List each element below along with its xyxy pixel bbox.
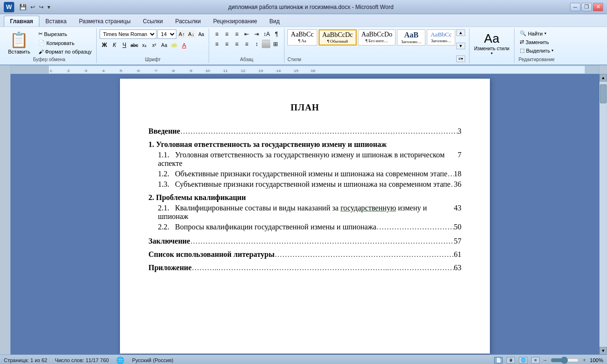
toc-s1-1: 1.1. Уголовная ответственность за госуда…: [158, 151, 461, 168]
font-shrink-button[interactable]: A↓: [187, 30, 195, 38]
strikethrough-button[interactable]: аbc: [129, 40, 139, 50]
find-button[interactable]: 🔍 Найти ▾: [517, 29, 548, 37]
change-styles-group: Аа Изменить стили ▾: [469, 28, 515, 63]
underline-button[interactable]: Ч: [120, 40, 129, 50]
tab-mailings[interactable]: Рассылки: [169, 16, 207, 27]
ruler-main: ·1· ·2· ·3· ·4· ·5· ·6· ·7· ·8· ·9· ·10·…: [10, 65, 599, 74]
scroll-thumb[interactable]: [600, 84, 607, 103]
toc-s2-1: 2.1. Квалифицированные составы и виды на…: [158, 204, 461, 221]
status-bar: Страница: 1 из 62 Число слов: 11/17 760 …: [0, 355, 607, 364]
toc-conclusion: Заключение ………………………………………………………………………………: [148, 237, 461, 246]
replace-button[interactable]: ⇄ Заменить: [517, 38, 551, 46]
redo-button[interactable]: ↪: [37, 3, 45, 11]
align-center-button[interactable]: ≡: [222, 39, 231, 49]
ribbon: Главная Вставка Разметка страницы Ссылки…: [0, 14, 607, 65]
toc-section1-header: 1. Уголовная ответственность за государс…: [148, 140, 461, 149]
superscript-button[interactable]: x²: [149, 40, 159, 50]
font-size-select[interactable]: 14: [157, 29, 176, 39]
paint-icon: 🖌: [38, 49, 44, 55]
align-right-button[interactable]: ≡: [232, 39, 241, 49]
paste-icon: 📋: [9, 31, 28, 49]
change-styles-button[interactable]: Аа Изменить стили ▾: [472, 29, 511, 57]
styles-group: AaBbCс ¶ Аа AaBbCcDc ¶ Обычный AaBbCcDo …: [285, 28, 469, 63]
view-draft-button[interactable]: ≡: [531, 357, 540, 364]
decrease-indent-button[interactable]: ⇤: [242, 29, 251, 39]
undo-button[interactable]: ↩: [29, 3, 37, 11]
cut-button[interactable]: ✂Вырезать: [37, 30, 94, 38]
styles-more-button[interactable]: ≡▾: [456, 55, 465, 62]
zoom-minus-icon: –: [543, 357, 547, 364]
increase-indent-button[interactable]: ⇥: [252, 29, 261, 39]
subscript-button[interactable]: x₂: [139, 40, 149, 50]
view-print-button[interactable]: 📄: [494, 357, 503, 364]
tab-layout[interactable]: Разметка страницы: [73, 16, 137, 27]
ribbon-content: 📋 Вставить ✂Вырезать 📄Копировать 🖌Формат…: [0, 27, 607, 64]
close-button[interactable]: ✕: [593, 3, 603, 11]
font-format-row: Ж К Ч аbc x₂ x² Аа ab A: [100, 40, 189, 50]
tab-insert[interactable]: Вставка: [39, 16, 73, 27]
ruler: ·1· ·2· ·3· ·4· ·5· ·6· ·7· ·8· ·9· ·10·…: [0, 65, 607, 74]
font-name-select[interactable]: Times New Roman: [100, 29, 156, 39]
highlight-button[interactable]: ab: [169, 40, 179, 50]
styles-scroll-down-button[interactable]: ▼: [456, 43, 465, 49]
page-title: ПЛАН: [148, 102, 461, 113]
font-grow-button[interactable]: A↑: [177, 30, 186, 38]
tab-review[interactable]: Рецензирование: [207, 16, 263, 27]
paste-button[interactable]: 📋 Вставить: [5, 29, 34, 56]
minimize-button[interactable]: ─: [570, 3, 580, 11]
ribbon-tab-bar: Главная Вставка Разметка страницы Ссылки…: [0, 14, 607, 27]
case-button[interactable]: Аа: [159, 40, 169, 50]
style-normal-button[interactable]: AaBbCcDc ¶ Обычный: [319, 29, 357, 46]
style-heading1-button[interactable]: AaB Заголово…: [397, 29, 425, 46]
status-left: Страница: 1 из 62 Число слов: 11/17 760 …: [4, 356, 174, 364]
right-scrollbar: ▲ ▼: [599, 74, 607, 355]
title-bar: W 💾 ↩ ↪ ▾ дипломная работа шпионаж и гос…: [0, 0, 607, 14]
bold-button[interactable]: Ж: [100, 40, 109, 50]
italic-button[interactable]: К: [110, 40, 119, 50]
save-button[interactable]: 💾: [18, 3, 28, 11]
font-group: Times New Roman 14 A↑ A↓ Aa Ж К Ч аbc x₂…: [97, 28, 209, 63]
quick-access-toolbar: 💾 ↩ ↪ ▾: [18, 3, 52, 11]
language-label: Русский (Россия): [132, 357, 173, 363]
quick-access-more-button[interactable]: ▾: [46, 3, 52, 11]
multilevel-list-button[interactable]: ≡: [232, 29, 241, 39]
sort-button[interactable]: ↕A: [262, 29, 271, 39]
zoom-slider[interactable]: [551, 358, 579, 363]
window-controls: ─ ❐ ✕: [570, 3, 603, 11]
tab-references[interactable]: Ссылки: [137, 16, 169, 27]
document-page: ПЛАН Введение ………………………………………………………………………: [120, 79, 490, 354]
font-color-button[interactable]: A: [179, 40, 189, 50]
align-left-button[interactable]: ≡: [212, 39, 221, 49]
scroll-down-button[interactable]: ▼: [599, 347, 607, 355]
toc-bibliography: Список использованной литературы ……………………: [148, 250, 461, 259]
styles-scroll-up-button[interactable]: ▲: [456, 29, 465, 36]
bullet-list-button[interactable]: ≡: [212, 29, 221, 39]
tab-home[interactable]: Главная: [4, 16, 39, 27]
show-marks-button[interactable]: ¶: [272, 29, 281, 39]
style-heading2-button[interactable]: AaBbCc Заголово…: [427, 29, 455, 46]
select-button[interactable]: ⬚ Выделить ▾: [517, 46, 556, 55]
shading-button[interactable]: [262, 40, 270, 48]
borders-button[interactable]: ⊞: [271, 39, 280, 49]
font-name-row: Times New Roman 14 A↑ A↓ Aa: [100, 29, 206, 39]
justify-button[interactable]: ≡: [242, 39, 251, 49]
view-web-button[interactable]: 🌐: [519, 357, 527, 364]
main-area: ПЛАН Введение ………………………………………………………………………: [0, 74, 607, 355]
clear-format-button[interactable]: Aa: [196, 29, 206, 39]
view-fullscreen-button[interactable]: 🖥: [506, 357, 515, 364]
copy-button[interactable]: 📄Копировать: [37, 39, 94, 47]
styles-label: Стили: [287, 56, 301, 62]
toc-s2-2: 2.2. Вопросы квалификации государственно…: [158, 223, 461, 231]
restore-button[interactable]: ❐: [581, 3, 592, 11]
language-icon: 🌐: [116, 356, 124, 364]
change-styles-icon: Аа: [484, 31, 499, 46]
numbered-list-button[interactable]: ≡: [222, 29, 231, 39]
line-spacing-button[interactable]: ↕: [252, 39, 261, 49]
title-bar-left: W 💾 ↩ ↪ ▾: [4, 2, 52, 12]
style-aa-button[interactable]: AaBbCс ¶ Аа: [287, 29, 317, 46]
tab-view[interactable]: Вид: [263, 16, 286, 27]
replace-icon: ⇄: [520, 39, 524, 45]
style-no-spacing-button[interactable]: AaBbCcDo ¶ Без инте…: [358, 29, 395, 46]
format-paint-button[interactable]: 🖌Формат по образцу: [37, 48, 94, 55]
scroll-up-button[interactable]: ▲: [599, 74, 607, 82]
